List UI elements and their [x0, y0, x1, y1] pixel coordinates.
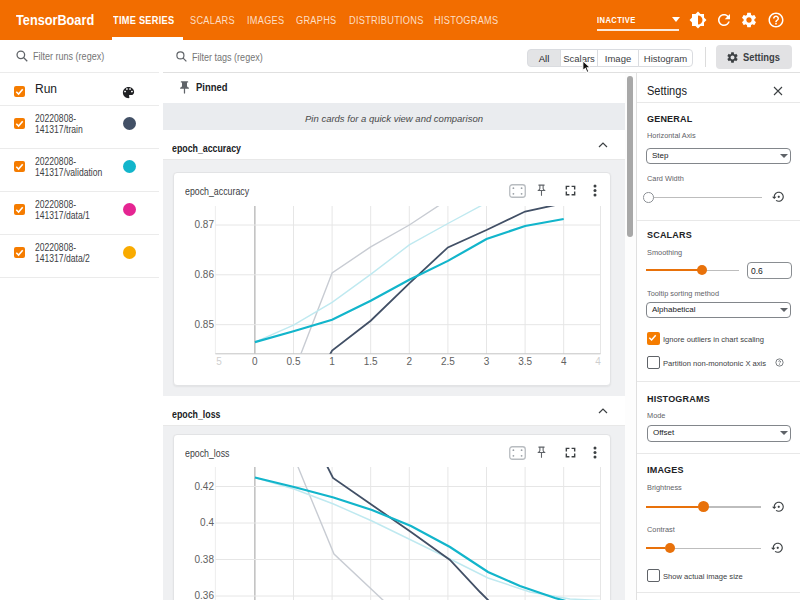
- svg-text:0.38: 0.38: [195, 554, 215, 565]
- svg-text:0.5: 0.5: [287, 356, 301, 367]
- svg-text:4: 4: [561, 356, 567, 367]
- svg-text:0: 0: [252, 356, 258, 367]
- svg-text:0.87: 0.87: [195, 219, 215, 230]
- svg-text:0.86: 0.86: [195, 269, 215, 280]
- svg-text:2.5: 2.5: [441, 356, 455, 367]
- svg-text:5: 5: [216, 356, 222, 367]
- svg-text:0.85: 0.85: [195, 319, 215, 330]
- svg-text:0.4: 0.4: [200, 517, 214, 528]
- svg-text:1: 1: [329, 356, 335, 367]
- svg-text:4: 4: [595, 356, 601, 367]
- svg-text:1.5: 1.5: [364, 356, 378, 367]
- svg-text:3.5: 3.5: [518, 356, 532, 367]
- svg-text:0.42: 0.42: [195, 481, 215, 492]
- svg-text:0.36: 0.36: [195, 590, 215, 600]
- svg-text:3: 3: [484, 356, 490, 367]
- svg-text:2: 2: [407, 356, 413, 367]
